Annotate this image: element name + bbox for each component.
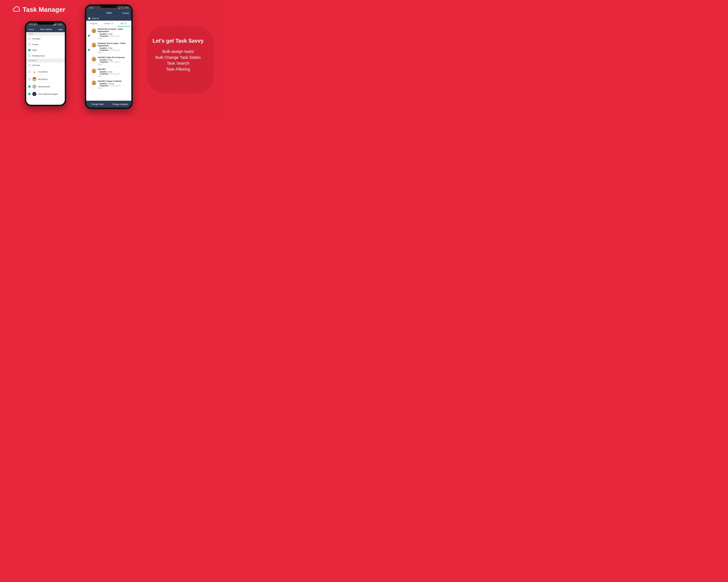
task-select-icon[interactable] (88, 86, 90, 88)
task-select-icon[interactable] (88, 49, 90, 51)
state-option-all[interactable]: All States (26, 36, 65, 41)
state-option-open[interactable]: Open (26, 47, 65, 53)
option-label: Iain Brydon (38, 78, 48, 80)
tab-assigned[interactable]: Assigned (86, 21, 101, 26)
task-avatar-icon (92, 68, 96, 73)
tab-label: Created (104, 23, 110, 25)
task-assignees: <Unassigned> (109, 73, 121, 75)
task-date: Today (98, 87, 130, 89)
marketing-copy: Let's get Task Savvy Bulk assign tasks B… (144, 38, 212, 72)
phone-notch (37, 21, 54, 25)
task-title: Carabiner due to expire - Order replacem… (98, 42, 130, 47)
tab-label: Assigned (90, 23, 97, 25)
radio-icon (28, 37, 31, 40)
marketing-line: Bulk Change Task States (155, 55, 201, 60)
marketing-line: Task Filtering (166, 67, 190, 72)
tasks-header: Tasks Cancel (86, 10, 131, 16)
tab-all[interactable]: All 10 (116, 21, 131, 26)
assignees-label: Assignees (100, 61, 108, 63)
radio-icon (28, 85, 31, 88)
section-state-label: STATE (26, 32, 65, 36)
signal-icon: ⚡ (121, 7, 123, 9)
assignee-option[interactable]: Michael Butler (26, 83, 65, 90)
cancel-button[interactable]: Cancel (122, 12, 129, 14)
tab-created[interactable]: Created 4 (101, 21, 116, 26)
change-state-button[interactable]: Change State (86, 101, 109, 108)
apply-button[interactable]: Apply (58, 28, 63, 31)
change-assignee-button[interactable]: Change Assignee (109, 101, 131, 108)
option-label: Closed (32, 44, 38, 46)
status-time: 18:06 (89, 7, 93, 9)
assignees-label: Assignees (100, 73, 108, 75)
hero-header: Task Manager (12, 6, 66, 13)
deadline-label: Deadline (100, 71, 107, 73)
avatar-icon (32, 85, 36, 89)
radio-icon (28, 55, 31, 57)
hero-title: Task Manager (23, 6, 66, 13)
radio-icon (28, 43, 31, 46)
status-time: 18:10 (29, 24, 33, 25)
task-deadline: Today (108, 71, 112, 73)
battery-icon: ▯ (124, 7, 124, 9)
task-avatar-icon (92, 80, 96, 85)
signal-icon: ▮ (55, 24, 56, 26)
wifi-icon: ◢ (119, 7, 120, 9)
status-icon: ◉ ⦾ (34, 24, 37, 26)
task-select-icon[interactable] (88, 35, 90, 37)
task-row[interactable]: Add NFC sticker to Helmet Deadline: 18 D… (86, 79, 131, 90)
task-row[interactable]: Carabiner due to expire - Order replacem… (86, 41, 131, 55)
task-title: Add NFC Cable Tie to Harness (98, 56, 130, 59)
phone-tasks: 18:06 ◢ ⚡ ▯ 59% Tasks Cancel Select all … (85, 4, 133, 109)
task-tabs: Assigned Created 4 All 10 (86, 21, 131, 26)
task-row[interactable]: Helmet due to expire - Order replacement… (86, 26, 131, 41)
filter-header: Cancel Filter Options Apply (26, 27, 65, 32)
marketing-line: Bulk assign tasks (162, 49, 194, 54)
status-battery: 59% (125, 7, 128, 9)
task-title: Add NFC (98, 68, 130, 71)
tab-badge: 10 (124, 23, 127, 24)
state-option-closed[interactable]: Closed (26, 41, 65, 47)
task-assignees: <Unassigned> (109, 85, 121, 87)
task-date: Today (98, 63, 130, 65)
option-label: All States (32, 38, 40, 40)
assignee-option-all[interactable]: All Users (26, 62, 65, 68)
task-date: Today (98, 37, 130, 39)
task-deadline: Today (108, 47, 112, 49)
assignee-option[interactable]: Iain Brydon (26, 76, 65, 83)
marketing-line: Task Search (167, 61, 189, 65)
radio-icon (28, 64, 31, 66)
cancel-button[interactable]: Cancel (28, 28, 34, 31)
assignees-label: Assignees (100, 85, 108, 87)
task-row[interactable]: Add NFC Deadline: Today Assignees: <Unas… (86, 67, 131, 78)
avatar-icon: ●●● (32, 92, 36, 96)
select-all-row[interactable]: Select all (86, 16, 131, 21)
task-list[interactable]: Helmet due to expire - Order replacement… (86, 26, 131, 101)
assignee-option[interactable]: ☁ Andy Binns (26, 68, 65, 76)
phone-notch (100, 4, 118, 8)
avatar-icon: ☁ (32, 70, 36, 74)
option-label: Andy Binns (38, 71, 48, 73)
task-assignees: <Unassigned> (109, 49, 121, 51)
task-assignees: <Unassigned> (109, 35, 121, 37)
bottom-action-bar: Change State Change Assignee (86, 101, 131, 108)
select-all-label: Select all (92, 18, 99, 20)
task-row[interactable]: Add NFC Cable Tie to Harness Deadline: T… (86, 55, 131, 67)
task-avatar-icon (92, 57, 96, 61)
assignees-label: Assignees (100, 35, 108, 37)
task-select-icon[interactable] (88, 74, 90, 76)
task-title: Add NFC sticker to Helmet (98, 80, 130, 82)
phone-filter-options: 18:10 ◉ ⦾ ◢ ▮ ▯ 63% Cancel Filter Option… (25, 21, 66, 106)
assignee-option[interactable]: ●●● Vicki Papertrail Support (26, 90, 65, 98)
tab-label: All (121, 23, 123, 25)
option-label: Michael Butler (38, 86, 50, 88)
task-deadline: Today (108, 33, 112, 35)
task-select-icon[interactable] (88, 62, 90, 64)
task-avatar-icon (92, 43, 96, 48)
state-option-pending[interactable]: Pending Close (26, 53, 65, 59)
status-battery: 63% (59, 24, 62, 25)
tab-badge: 4 (111, 23, 114, 24)
radio-icon (28, 49, 31, 51)
cloud-logo-icon (12, 6, 20, 13)
task-avatar-icon (92, 28, 96, 33)
task-date: Today (98, 52, 130, 54)
